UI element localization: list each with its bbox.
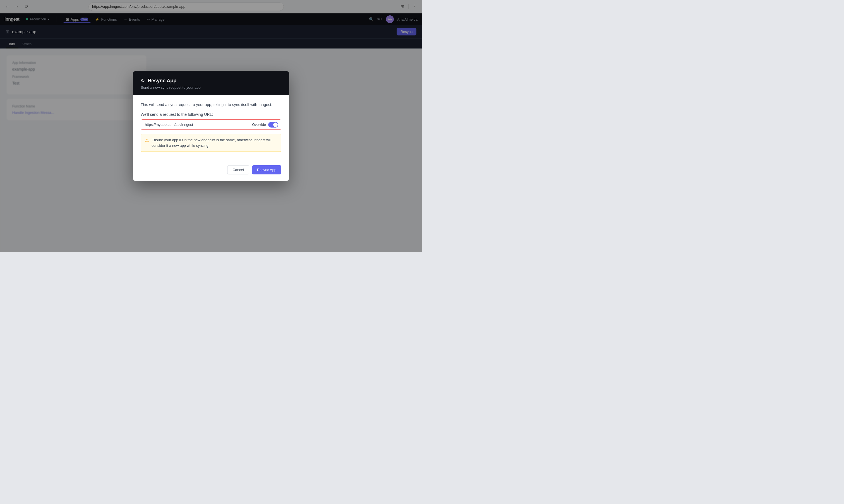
modal-title-row: ↻ Resync App <box>141 77 281 84</box>
override-label: Override <box>250 123 268 127</box>
modal-body: This will send a sync request to your ap… <box>133 95 289 165</box>
warning-text: Ensure your app ID in the new endpoint i… <box>151 137 277 148</box>
modal-description: This will send a sync request to your ap… <box>141 102 281 108</box>
modal-subtitle: Send a new sync request to your app <box>141 85 281 90</box>
resync-modal: ↻ Resync App Send a new sync request to … <box>133 71 289 181</box>
sync-icon: ↻ <box>141 77 145 84</box>
resync-app-button[interactable]: Resync App <box>252 165 281 175</box>
page-wrapper: ← → ↺ https://app.inngest.com/env/produc… <box>0 0 422 252</box>
modal-url-label: We'll send a request to the following UR… <box>141 112 281 116</box>
override-toggle[interactable] <box>268 122 278 128</box>
modal-header: ↻ Resync App Send a new sync request to … <box>133 71 289 95</box>
warning-box: ⚠ Ensure your app ID in the new endpoint… <box>141 134 281 152</box>
modal-title: Resync App <box>148 78 176 84</box>
cancel-button[interactable]: Cancel <box>227 165 249 175</box>
modal-overlay: ↻ Resync App Send a new sync request to … <box>0 0 422 252</box>
modal-footer: Cancel Resync App <box>133 165 289 181</box>
toggle-knob <box>273 123 278 127</box>
url-input[interactable] <box>141 120 250 129</box>
warning-icon: ⚠ <box>145 138 149 143</box>
url-input-row: Override <box>141 120 281 130</box>
